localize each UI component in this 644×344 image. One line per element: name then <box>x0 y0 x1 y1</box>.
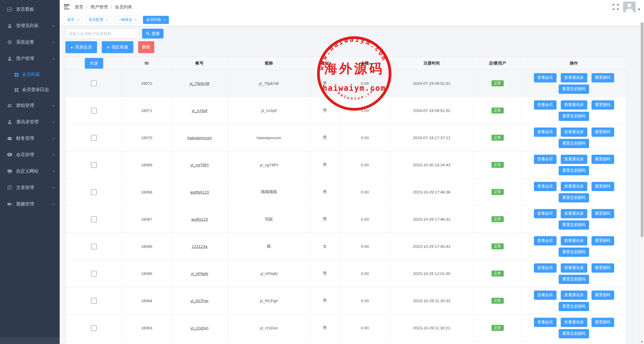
row-checkbox[interactable] <box>91 81 97 86</box>
row-checkbox[interactable] <box>91 271 97 277</box>
caret-down-icon[interactable]: ▾ <box>638 7 640 11</box>
view-contacts-button[interactable]: 查看通讯录 <box>561 155 587 164</box>
account-link[interactable]: yl_75pEAB <box>189 81 209 86</box>
view-contacts-button[interactable]: 查看通讯录 <box>561 318 587 327</box>
reset-password-button[interactable]: 重置密码 <box>591 209 614 218</box>
tab-item[interactable]: 系统配置× <box>85 16 112 24</box>
scrollbar-down-arrow[interactable]: ▾ <box>640 340 644 343</box>
reset-password-button[interactable]: 重置密码 <box>591 182 614 191</box>
view-contacts-button[interactable]: 查看通讯录 <box>561 236 587 245</box>
row-checkbox[interactable] <box>91 298 97 304</box>
reset-password-button[interactable]: 重置密码 <box>591 128 614 137</box>
reset-trade-password-button[interactable]: 重置交易密码 <box>559 193 589 202</box>
sidebar-item[interactable]: 自定义网站 <box>0 163 60 179</box>
sidebar-item[interactable]: 财务管理 <box>0 130 60 147</box>
view-session-button[interactable]: 查看会话 <box>534 73 557 82</box>
view-session-button[interactable]: 查看会话 <box>534 236 557 245</box>
sidebar-item[interactable]: 管理员列表 <box>0 18 60 34</box>
view-contacts-button[interactable]: 查看通讯录 <box>561 182 587 191</box>
tab-item[interactable]: 会员列表× <box>143 16 169 24</box>
account-link[interactable]: asdfgh123 <box>190 190 209 194</box>
view-contacts-button[interactable]: 查看通讯录 <box>561 209 587 218</box>
add-member-button[interactable]: + 添加会员 <box>65 41 97 53</box>
close-icon[interactable]: × <box>164 18 166 22</box>
reset-trade-password-button[interactable]: 重置交易密码 <box>559 166 589 175</box>
sidebar-item[interactable]: 系统设置 <box>0 34 60 50</box>
row-checkbox[interactable] <box>91 135 97 141</box>
view-session-button[interactable]: 查看会话 <box>534 182 557 191</box>
view-session-button[interactable]: 查看会话 <box>534 263 557 273</box>
row-checkbox[interactable] <box>91 244 97 249</box>
sidebar-item[interactable]: 会话管理 <box>0 147 60 163</box>
row-checkbox[interactable] <box>91 108 97 113</box>
reset-trade-password-button[interactable]: 重置交易密码 <box>559 248 589 257</box>
sidebar-item[interactable]: 首页看板 <box>0 1 60 18</box>
tab-item[interactable]: 首页× <box>64 16 83 24</box>
reset-password-button[interactable]: 重置密码 <box>591 236 614 245</box>
view-session-button[interactable]: 查看会话 <box>534 291 557 300</box>
view-contacts-button[interactable]: 查看通讯录 <box>561 100 587 110</box>
sidebar-item-label: 视频管理 <box>16 201 34 207</box>
scrollbar-thumb[interactable] <box>641 22 643 237</box>
avatar[interactable] <box>623 1 636 12</box>
reset-trade-password-button[interactable]: 重置交易密码 <box>559 112 589 121</box>
account-link[interactable]: yl_ngT6Pt <box>190 163 209 167</box>
account-link[interactable]: yl_rU3yif <box>192 108 207 113</box>
reset-password-button[interactable]: 重置密码 <box>591 100 614 110</box>
reset-password-button[interactable]: 重置密码 <box>591 291 614 300</box>
status-cell: 正常 <box>474 151 522 179</box>
reset-password-button[interactable]: 重置密码 <box>591 155 614 164</box>
reset-password-button[interactable]: 重置密码 <box>591 263 614 273</box>
view-contacts-button[interactable]: 查看通讯录 <box>561 73 587 82</box>
close-icon[interactable]: × <box>135 18 137 22</box>
reset-password-button[interactable]: 重置密码 <box>591 318 614 327</box>
breadcrumb-user-management[interactable]: 用户管理 <box>90 4 108 10</box>
view-session-button[interactable]: 查看会话 <box>534 128 557 137</box>
view-session-button[interactable]: 查看会话 <box>534 209 557 218</box>
reset-password-button[interactable]: 重置密码 <box>591 73 614 82</box>
reset-trade-password-button[interactable]: 重置交易密码 <box>559 85 589 94</box>
row-checkbox[interactable] <box>91 189 97 195</box>
search-input[interactable] <box>65 29 139 39</box>
sidebar-item-label: 首页看板 <box>16 7 34 12</box>
search-button[interactable]: 搜索 <box>142 29 164 39</box>
close-icon[interactable]: × <box>106 18 108 22</box>
view-session-button[interactable]: 查看会话 <box>534 155 557 164</box>
view-session-button[interactable]: 查看会话 <box>534 318 557 327</box>
view-session-button[interactable]: 查看会话 <box>534 100 557 110</box>
delete-button[interactable]: 删除 <box>138 41 154 53</box>
hamburger-menu-icon[interactable] <box>64 4 70 9</box>
sidebar-item[interactable]: 通讯录管理 <box>0 114 60 130</box>
account-link[interactable]: yl_r2sDvn <box>190 326 208 330</box>
fullscreen-icon[interactable] <box>612 4 619 10</box>
row-checkbox[interactable] <box>91 162 97 168</box>
row-checkbox[interactable] <box>91 216 97 222</box>
sidebar-item[interactable]: 文章管理 <box>0 179 60 196</box>
reset-trade-password-button[interactable]: 重置交易密码 <box>559 329 589 338</box>
account-link[interactable]: haiwaiymcom <box>187 136 212 140</box>
breadcrumb-home[interactable]: 首页 <box>75 4 83 10</box>
sidebar-item[interactable]: 群组管理 <box>0 97 60 114</box>
sidebar-item[interactable]: 视频管理 <box>0 196 60 212</box>
sidebar-subitem[interactable]: 会员登录日志 <box>0 82 60 97</box>
select-all-button[interactable]: 全选 <box>85 58 103 69</box>
tab-item[interactable]: 一键推送× <box>114 16 140 24</box>
view-contacts-button[interactable]: 查看通讯录 <box>561 291 587 300</box>
reset-trade-password-button[interactable]: 重置交易密码 <box>559 302 589 311</box>
account-link[interactable]: 123123a <box>192 244 207 249</box>
registered-time-cell: 2023-10-29 12:01:50 <box>390 260 474 287</box>
reset-trade-password-button[interactable]: 重置交易密码 <box>559 275 589 284</box>
close-icon[interactable]: × <box>77 18 79 22</box>
reset-trade-password-button[interactable]: 重置交易密码 <box>559 139 589 148</box>
sidebar-subitem[interactable]: 会员列表 <box>0 67 60 82</box>
account-link[interactable]: asdfg123 <box>191 217 208 222</box>
view-contacts-button[interactable]: 查看通讯录 <box>561 128 587 137</box>
account-link[interactable]: yl_RCPglr <box>190 299 209 303</box>
sidebar-item[interactable]: 用户管理 <box>0 50 60 67</box>
row-checkbox[interactable] <box>91 325 97 331</box>
view-contacts-button[interactable]: 查看通讯录 <box>561 263 587 273</box>
scrollbar-track[interactable]: ▾ <box>640 22 644 344</box>
assign-support-button[interactable]: + 指定客服 <box>102 41 133 53</box>
reset-trade-password-button[interactable]: 重置交易密码 <box>559 220 589 230</box>
account-link[interactable]: yl_hPtlqN <box>191 271 208 276</box>
